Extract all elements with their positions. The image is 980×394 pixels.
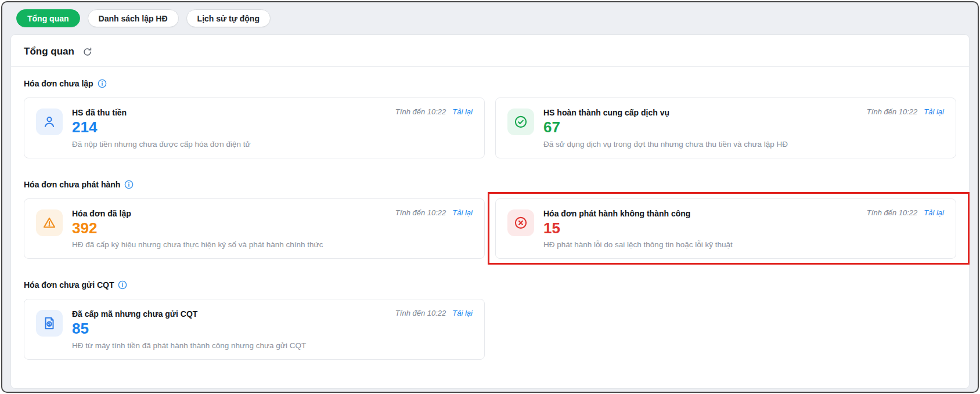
info-icon[interactable] [118,280,127,290]
as-of-timestamp: Tính đến 10:22 [395,309,446,317]
section-heading: Hóa đơn chưa gửi CQT [24,280,956,290]
tab-tong-quan[interactable]: Tổng quan [16,9,80,27]
reload-link[interactable]: Tải lại [924,107,944,116]
card-title: Hóa đơn đã lập [72,208,323,218]
as-of-timestamp: Tính đến 10:22 [395,107,446,116]
card-body: Hóa đơn phát hành không thành công 15 HĐ… [543,208,733,250]
card-body: Đã cấp mã nhưng chưa gửi CQT 85 HĐ từ má… [72,308,306,350]
info-icon[interactable] [124,180,134,189]
card-description: HĐ phát hành lỗi do sai lệch thông tin h… [543,240,733,249]
page-title: Tổng quan [24,46,74,57]
stat-card-hoa-don-da-lap: Hóa đơn đã lập 392 HĐ đã cấp ký hiệu như… [24,198,485,259]
stat-card-hs-hoan-thanh: HS hoàn thành cung cấp dịch vụ 67 Đã sử … [495,97,956,158]
stat-card-da-cap-ma-chua-gui-cqt: Đã cấp mã nhưng chưa gửi CQT 85 HĐ từ má… [24,299,485,360]
card-value: 214 [72,119,251,136]
section-heading-label: Hóa đơn chưa lập [24,79,93,88]
check-circle-icon [507,109,534,135]
card-description: Đã sử dụng dịch vụ trong đợt thu nhưng c… [543,140,788,149]
tab-lich-su-tu-dong[interactable]: Lịch sử tự động [186,9,271,27]
app-window: Tổng quan Danh sách lập HĐ Lịch sử tự độ… [1,1,979,393]
empty-slot [495,299,956,360]
card-value: 67 [543,119,788,136]
card-value: 85 [72,320,306,337]
as-of-timestamp: Tính đến 10:22 [867,208,917,217]
card-title: HS hoàn thành cung cấp dịch vụ [543,107,788,117]
section-hoa-don-chua-phat-hanh: Hóa đơn chưa phát hành [24,180,956,259]
stat-card-hs-da-thu-tien: HS đã thu tiền 214 Đã nộp tiền nhưng chư… [24,97,485,158]
reload-link[interactable]: Tải lại [452,309,473,317]
card-value: 392 [72,220,323,237]
warning-triangle-icon [36,209,63,236]
tab-bar: Tổng quan Danh sách lập HĐ Lịch sử tự độ… [2,2,978,34]
section-heading-label: Hóa đơn chưa gửi CQT [24,280,114,290]
panel-content: Hóa đơn chưa lập [11,67,969,360]
card-title: Hóa đơn phát hành không thành công [543,208,733,218]
reload-link[interactable]: Tải lại [452,208,473,217]
reload-link[interactable]: Tải lại [924,208,944,217]
section-hoa-don-chua-lap: Hóa đơn chưa lập [24,79,956,158]
refresh-icon[interactable] [82,46,93,57]
card-value: 15 [543,220,733,237]
card-body: HS hoàn thành cung cấp dịch vụ 67 Đã sử … [543,107,788,149]
x-circle-icon [507,209,534,236]
as-of-timestamp: Tính đến 10:22 [395,208,446,217]
card-description: HĐ từ máy tính tiền đã phát hành thành c… [72,341,306,350]
card-description: Đã nộp tiền nhưng chưa được cấp hóa đơn … [72,140,251,149]
card-body: HS đã thu tiền 214 Đã nộp tiền nhưng chư… [72,107,251,149]
overview-panel: Tổng quan Hóa đơn chưa lập [10,34,970,389]
section-hoa-don-chua-gui-cqt: Hóa đơn chưa gửi CQT [24,280,956,360]
card-title: HS đã thu tiền [72,107,251,117]
reload-link[interactable]: Tải lại [452,107,473,116]
card-description: HĐ đã cấp ký hiệu nhưng chưa thực hiện k… [72,240,323,249]
as-of-timestamp: Tính đến 10:22 [867,107,917,116]
invoice-dollar-icon [36,310,63,337]
section-heading: Hóa đơn chưa phát hành [24,180,956,189]
info-icon[interactable] [98,79,107,88]
card-title: Đã cấp mã nhưng chưa gửi CQT [72,308,306,319]
section-heading: Hóa đơn chưa lập [24,79,956,88]
panel-header: Tổng quan [11,35,969,66]
section-heading-label: Hóa đơn chưa phát hành [24,180,120,189]
card-body: Hóa đơn đã lập 392 HĐ đã cấp ký hiệu như… [72,208,323,250]
user-icon [36,109,63,135]
stat-card-phat-hanh-khong-thanh-cong: Hóa đơn phát hành không thành công 15 HĐ… [495,198,956,259]
tab-danh-sach-lap-hd[interactable]: Danh sách lập HĐ [88,9,179,27]
